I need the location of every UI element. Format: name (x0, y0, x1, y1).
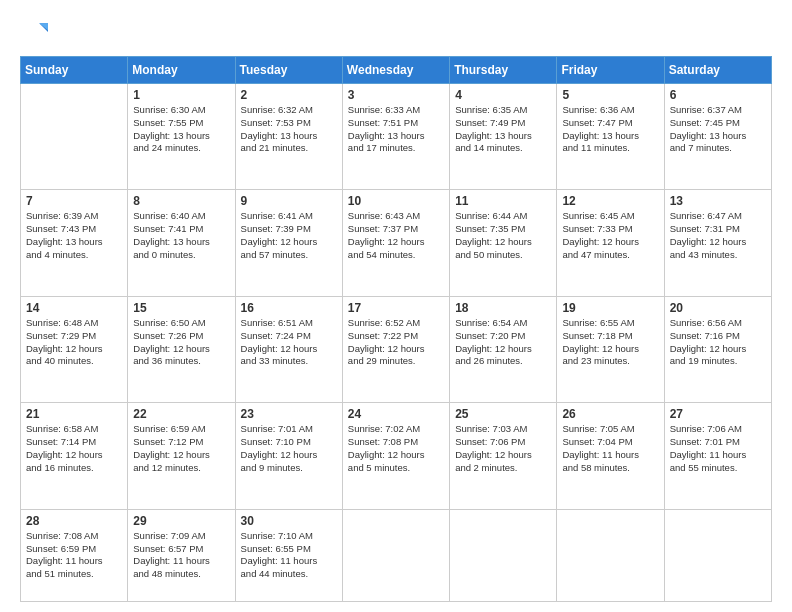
day-info: Sunrise: 7:02 AM Sunset: 7:08 PM Dayligh… (348, 423, 444, 474)
day-info: Sunrise: 7:08 AM Sunset: 6:59 PM Dayligh… (26, 530, 122, 581)
day-info: Sunrise: 6:33 AM Sunset: 7:51 PM Dayligh… (348, 104, 444, 155)
day-info: Sunrise: 7:06 AM Sunset: 7:01 PM Dayligh… (670, 423, 766, 474)
calendar-header-monday: Monday (128, 57, 235, 84)
day-info: Sunrise: 6:40 AM Sunset: 7:41 PM Dayligh… (133, 210, 229, 261)
day-info: Sunrise: 6:44 AM Sunset: 7:35 PM Dayligh… (455, 210, 551, 261)
day-number: 5 (562, 88, 658, 102)
day-info: Sunrise: 6:30 AM Sunset: 7:55 PM Dayligh… (133, 104, 229, 155)
calendar-cell: 28Sunrise: 7:08 AM Sunset: 6:59 PM Dayli… (21, 509, 128, 601)
day-number: 11 (455, 194, 551, 208)
calendar-cell: 4Sunrise: 6:35 AM Sunset: 7:49 PM Daylig… (450, 84, 557, 190)
day-number: 18 (455, 301, 551, 315)
calendar-cell: 3Sunrise: 6:33 AM Sunset: 7:51 PM Daylig… (342, 84, 449, 190)
calendar-cell: 5Sunrise: 6:36 AM Sunset: 7:47 PM Daylig… (557, 84, 664, 190)
calendar-table: SundayMondayTuesdayWednesdayThursdayFrid… (20, 56, 772, 602)
calendar-header-sunday: Sunday (21, 57, 128, 84)
calendar-cell: 13Sunrise: 6:47 AM Sunset: 7:31 PM Dayli… (664, 190, 771, 296)
day-number: 21 (26, 407, 122, 421)
calendar-cell: 20Sunrise: 6:56 AM Sunset: 7:16 PM Dayli… (664, 296, 771, 402)
calendar-week-1: 1Sunrise: 6:30 AM Sunset: 7:55 PM Daylig… (21, 84, 772, 190)
calendar-cell: 9Sunrise: 6:41 AM Sunset: 7:39 PM Daylig… (235, 190, 342, 296)
day-number: 9 (241, 194, 337, 208)
calendar-header-wednesday: Wednesday (342, 57, 449, 84)
calendar-cell: 2Sunrise: 6:32 AM Sunset: 7:53 PM Daylig… (235, 84, 342, 190)
day-number: 1 (133, 88, 229, 102)
logo-icon (20, 18, 48, 46)
day-number: 24 (348, 407, 444, 421)
calendar-cell: 26Sunrise: 7:05 AM Sunset: 7:04 PM Dayli… (557, 403, 664, 509)
calendar-cell: 25Sunrise: 7:03 AM Sunset: 7:06 PM Dayli… (450, 403, 557, 509)
day-info: Sunrise: 6:45 AM Sunset: 7:33 PM Dayligh… (562, 210, 658, 261)
day-info: Sunrise: 6:54 AM Sunset: 7:20 PM Dayligh… (455, 317, 551, 368)
day-info: Sunrise: 6:48 AM Sunset: 7:29 PM Dayligh… (26, 317, 122, 368)
day-number: 27 (670, 407, 766, 421)
day-number: 22 (133, 407, 229, 421)
day-info: Sunrise: 6:32 AM Sunset: 7:53 PM Dayligh… (241, 104, 337, 155)
calendar-cell: 6Sunrise: 6:37 AM Sunset: 7:45 PM Daylig… (664, 84, 771, 190)
calendar-cell (557, 509, 664, 601)
calendar-cell: 17Sunrise: 6:52 AM Sunset: 7:22 PM Dayli… (342, 296, 449, 402)
day-number: 29 (133, 514, 229, 528)
day-number: 12 (562, 194, 658, 208)
calendar-week-5: 28Sunrise: 7:08 AM Sunset: 6:59 PM Dayli… (21, 509, 772, 601)
day-info: Sunrise: 6:43 AM Sunset: 7:37 PM Dayligh… (348, 210, 444, 261)
calendar-header-thursday: Thursday (450, 57, 557, 84)
day-number: 10 (348, 194, 444, 208)
calendar-week-2: 7Sunrise: 6:39 AM Sunset: 7:43 PM Daylig… (21, 190, 772, 296)
calendar-cell: 21Sunrise: 6:58 AM Sunset: 7:14 PM Dayli… (21, 403, 128, 509)
calendar-cell: 22Sunrise: 6:59 AM Sunset: 7:12 PM Dayli… (128, 403, 235, 509)
day-number: 8 (133, 194, 229, 208)
logo (20, 18, 52, 46)
day-info: Sunrise: 6:58 AM Sunset: 7:14 PM Dayligh… (26, 423, 122, 474)
day-info: Sunrise: 7:03 AM Sunset: 7:06 PM Dayligh… (455, 423, 551, 474)
day-number: 23 (241, 407, 337, 421)
day-number: 13 (670, 194, 766, 208)
day-info: Sunrise: 7:10 AM Sunset: 6:55 PM Dayligh… (241, 530, 337, 581)
calendar-header-friday: Friday (557, 57, 664, 84)
day-info: Sunrise: 6:35 AM Sunset: 7:49 PM Dayligh… (455, 104, 551, 155)
day-info: Sunrise: 6:59 AM Sunset: 7:12 PM Dayligh… (133, 423, 229, 474)
day-info: Sunrise: 6:39 AM Sunset: 7:43 PM Dayligh… (26, 210, 122, 261)
calendar-header-tuesday: Tuesday (235, 57, 342, 84)
day-info: Sunrise: 7:05 AM Sunset: 7:04 PM Dayligh… (562, 423, 658, 474)
day-number: 20 (670, 301, 766, 315)
calendar-cell: 30Sunrise: 7:10 AM Sunset: 6:55 PM Dayli… (235, 509, 342, 601)
day-info: Sunrise: 6:56 AM Sunset: 7:16 PM Dayligh… (670, 317, 766, 368)
calendar-cell: 27Sunrise: 7:06 AM Sunset: 7:01 PM Dayli… (664, 403, 771, 509)
day-number: 4 (455, 88, 551, 102)
page-header (20, 18, 772, 46)
day-number: 15 (133, 301, 229, 315)
calendar-cell: 19Sunrise: 6:55 AM Sunset: 7:18 PM Dayli… (557, 296, 664, 402)
day-number: 30 (241, 514, 337, 528)
calendar-cell: 10Sunrise: 6:43 AM Sunset: 7:37 PM Dayli… (342, 190, 449, 296)
day-number: 26 (562, 407, 658, 421)
day-info: Sunrise: 6:51 AM Sunset: 7:24 PM Dayligh… (241, 317, 337, 368)
day-info: Sunrise: 6:47 AM Sunset: 7:31 PM Dayligh… (670, 210, 766, 261)
calendar-cell: 1Sunrise: 6:30 AM Sunset: 7:55 PM Daylig… (128, 84, 235, 190)
calendar-cell: 15Sunrise: 6:50 AM Sunset: 7:26 PM Dayli… (128, 296, 235, 402)
calendar-cell: 8Sunrise: 6:40 AM Sunset: 7:41 PM Daylig… (128, 190, 235, 296)
calendar-cell: 11Sunrise: 6:44 AM Sunset: 7:35 PM Dayli… (450, 190, 557, 296)
calendar-cell (664, 509, 771, 601)
day-number: 3 (348, 88, 444, 102)
calendar-cell: 18Sunrise: 6:54 AM Sunset: 7:20 PM Dayli… (450, 296, 557, 402)
calendar-cell: 7Sunrise: 6:39 AM Sunset: 7:43 PM Daylig… (21, 190, 128, 296)
day-number: 28 (26, 514, 122, 528)
day-info: Sunrise: 6:50 AM Sunset: 7:26 PM Dayligh… (133, 317, 229, 368)
calendar-week-4: 21Sunrise: 6:58 AM Sunset: 7:14 PM Dayli… (21, 403, 772, 509)
calendar-cell: 12Sunrise: 6:45 AM Sunset: 7:33 PM Dayli… (557, 190, 664, 296)
calendar-header-saturday: Saturday (664, 57, 771, 84)
calendar-cell (342, 509, 449, 601)
calendar-cell: 14Sunrise: 6:48 AM Sunset: 7:29 PM Dayli… (21, 296, 128, 402)
day-number: 16 (241, 301, 337, 315)
day-number: 6 (670, 88, 766, 102)
calendar-week-3: 14Sunrise: 6:48 AM Sunset: 7:29 PM Dayli… (21, 296, 772, 402)
calendar-cell (450, 509, 557, 601)
calendar-cell: 29Sunrise: 7:09 AM Sunset: 6:57 PM Dayli… (128, 509, 235, 601)
calendar-cell: 23Sunrise: 7:01 AM Sunset: 7:10 PM Dayli… (235, 403, 342, 509)
day-number: 25 (455, 407, 551, 421)
calendar-cell: 24Sunrise: 7:02 AM Sunset: 7:08 PM Dayli… (342, 403, 449, 509)
calendar-cell (21, 84, 128, 190)
day-info: Sunrise: 6:52 AM Sunset: 7:22 PM Dayligh… (348, 317, 444, 368)
day-number: 2 (241, 88, 337, 102)
